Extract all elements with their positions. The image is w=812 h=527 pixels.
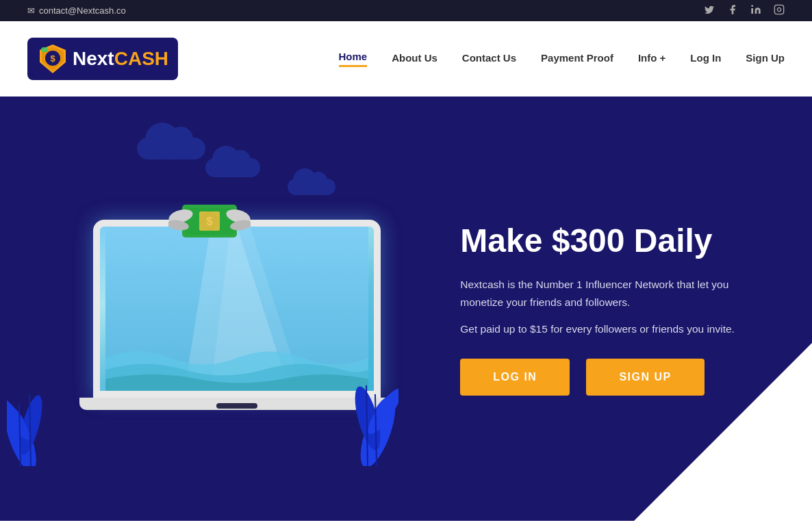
top-bar: ✉ contact@Nextcash.co (0, 0, 812, 21)
logo-text: NextCASH (73, 48, 168, 70)
main-nav: Home About Us Contact Us Payment Proof I… (339, 51, 785, 67)
plant-left-icon (7, 329, 51, 466)
hero-title: Make $300 Daily (460, 222, 771, 259)
top-bar-email: ✉ contact@Nextcash.co (27, 5, 126, 16)
nav-signup[interactable]: Sign Up (746, 52, 785, 66)
social-links (704, 4, 785, 17)
nav-login[interactable]: Log In (690, 52, 721, 66)
logo-shield-icon: $ (37, 43, 68, 75)
nav-contact[interactable]: Contact Us (462, 52, 516, 66)
hero-illustration: $ (0, 151, 446, 466)
instagram-icon[interactable] (774, 4, 785, 17)
svg-text:$: $ (50, 53, 55, 64)
svg-rect-17 (199, 211, 220, 231)
logo-cash: CASH (114, 48, 168, 69)
flying-money-icon: $ (168, 192, 251, 247)
linkedin-icon[interactable] (750, 4, 761, 17)
nav-about[interactable]: About Us (392, 52, 437, 66)
hero-buttons: LOG IN SIGN UP (460, 359, 771, 396)
logo-next: Next (73, 48, 114, 69)
header: $ NextCASH Home About Us Contact Us Paym… (0, 21, 812, 97)
laptop-base (79, 398, 394, 410)
hero-signup-button[interactable]: SIGN UP (586, 359, 704, 396)
nav-home[interactable]: Home (339, 51, 368, 67)
email-icon: ✉ (27, 5, 35, 16)
laptop-illustration: $ (93, 220, 381, 425)
twitter-icon[interactable] (704, 4, 715, 17)
svg-rect-7 (41, 47, 48, 52)
svg-point-0 (751, 5, 753, 7)
plant-right-icon (351, 309, 398, 466)
hero-section: $ (0, 97, 812, 521)
hero-desc-1: Nextcash is the Number 1 Influencer Netw… (460, 276, 771, 311)
email-address: contact@Nextcash.co (39, 5, 126, 16)
logo[interactable]: $ NextCASH (27, 38, 178, 80)
hero-content: Make $300 Daily Nextcash is the Number 1… (446, 181, 812, 437)
hero-desc-2: Get paid up to $15 for every followers o… (460, 320, 771, 338)
facebook-icon[interactable] (727, 4, 738, 17)
hero-login-button[interactable]: LOG IN (460, 359, 570, 396)
nav-payment-proof[interactable]: Payment Proof (541, 52, 613, 66)
nav-info[interactable]: Info + (638, 52, 665, 66)
svg-rect-1 (774, 5, 783, 14)
